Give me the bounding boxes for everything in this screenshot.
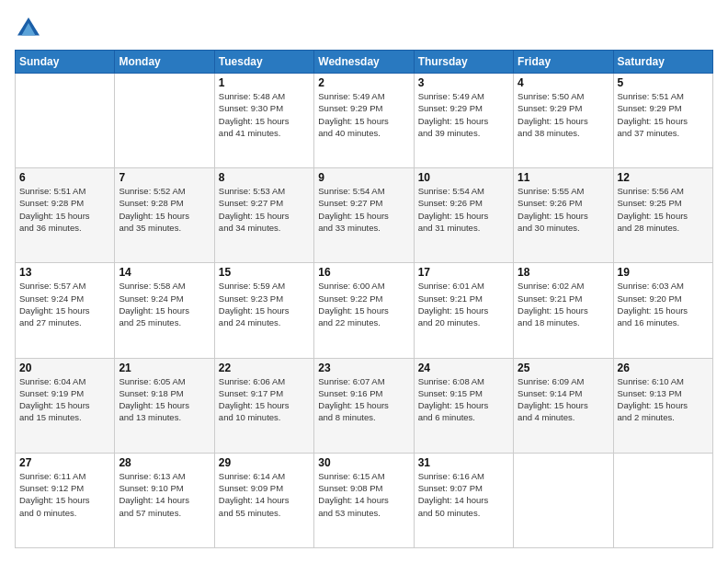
calendar-cell: 19Sunrise: 6:03 AM Sunset: 9:20 PM Dayli… bbox=[613, 263, 712, 358]
day-info: Sunrise: 6:08 AM Sunset: 9:15 PM Dayligh… bbox=[418, 375, 509, 424]
calendar-header-thursday: Thursday bbox=[414, 51, 513, 74]
calendar-cell: 10Sunrise: 5:54 AM Sunset: 9:26 PM Dayli… bbox=[414, 168, 513, 263]
day-number: 18 bbox=[518, 266, 609, 279]
calendar-cell: 6Sunrise: 5:51 AM Sunset: 9:28 PM Daylig… bbox=[16, 168, 115, 263]
day-info: Sunrise: 6:04 AM Sunset: 9:19 PM Dayligh… bbox=[19, 375, 110, 424]
calendar-cell: 12Sunrise: 5:56 AM Sunset: 9:25 PM Dayli… bbox=[613, 168, 712, 263]
day-info: Sunrise: 6:03 AM Sunset: 9:20 PM Dayligh… bbox=[618, 280, 709, 328]
calendar-cell: 1Sunrise: 5:48 AM Sunset: 9:30 PM Daylig… bbox=[214, 74, 313, 168]
day-info: Sunrise: 6:13 AM Sunset: 9:10 PM Dayligh… bbox=[119, 470, 210, 519]
day-number: 24 bbox=[418, 362, 509, 374]
day-number: 13 bbox=[19, 266, 110, 279]
calendar-cell: 3Sunrise: 5:49 AM Sunset: 9:29 PM Daylig… bbox=[414, 74, 513, 168]
day-number: 26 bbox=[618, 362, 709, 374]
calendar-week-3: 13Sunrise: 5:57 AM Sunset: 9:24 PM Dayli… bbox=[16, 263, 713, 358]
day-info: Sunrise: 5:56 AM Sunset: 9:25 PM Dayligh… bbox=[618, 185, 709, 234]
calendar-cell: 27Sunrise: 6:11 AM Sunset: 9:12 PM Dayli… bbox=[16, 453, 115, 547]
day-info: Sunrise: 5:49 AM Sunset: 9:29 PM Dayligh… bbox=[418, 90, 509, 139]
day-number: 7 bbox=[119, 171, 210, 184]
day-info: Sunrise: 5:50 AM Sunset: 9:29 PM Dayligh… bbox=[518, 90, 609, 139]
calendar-cell: 8Sunrise: 5:53 AM Sunset: 9:27 PM Daylig… bbox=[214, 168, 313, 263]
day-info: Sunrise: 6:10 AM Sunset: 9:13 PM Dayligh… bbox=[618, 375, 709, 424]
day-info: Sunrise: 6:01 AM Sunset: 9:21 PM Dayligh… bbox=[418, 280, 509, 328]
day-number: 28 bbox=[119, 456, 210, 469]
day-number: 19 bbox=[618, 266, 709, 279]
day-number: 27 bbox=[19, 456, 110, 469]
calendar-cell bbox=[613, 453, 712, 547]
day-info: Sunrise: 5:58 AM Sunset: 9:24 PM Dayligh… bbox=[119, 280, 210, 328]
day-number: 30 bbox=[318, 456, 409, 469]
calendar-cell: 24Sunrise: 6:08 AM Sunset: 9:15 PM Dayli… bbox=[414, 358, 513, 453]
day-number: 5 bbox=[618, 76, 709, 89]
calendar-cell: 4Sunrise: 5:50 AM Sunset: 9:29 PM Daylig… bbox=[514, 74, 613, 168]
day-info: Sunrise: 6:06 AM Sunset: 9:17 PM Dayligh… bbox=[219, 375, 310, 424]
calendar-cell: 13Sunrise: 5:57 AM Sunset: 9:24 PM Dayli… bbox=[16, 263, 115, 358]
calendar-cell: 28Sunrise: 6:13 AM Sunset: 9:10 PM Dayli… bbox=[115, 453, 214, 547]
page: SundayMondayTuesdayWednesdayThursdayFrid… bbox=[0, 0, 728, 563]
day-info: Sunrise: 6:05 AM Sunset: 9:18 PM Dayligh… bbox=[119, 375, 210, 424]
calendar-cell: 14Sunrise: 5:58 AM Sunset: 9:24 PM Dayli… bbox=[115, 263, 214, 358]
header bbox=[15, 15, 713, 42]
calendar-header-wednesday: Wednesday bbox=[314, 51, 414, 74]
calendar-header-saturday: Saturday bbox=[613, 51, 712, 74]
calendar-cell: 18Sunrise: 6:02 AM Sunset: 9:21 PM Dayli… bbox=[514, 263, 613, 358]
calendar-cell: 29Sunrise: 6:14 AM Sunset: 9:09 PM Dayli… bbox=[214, 453, 313, 547]
day-number: 25 bbox=[518, 362, 609, 374]
calendar-week-1: 1Sunrise: 5:48 AM Sunset: 9:30 PM Daylig… bbox=[16, 74, 713, 168]
calendar-table: SundayMondayTuesdayWednesdayThursdayFrid… bbox=[15, 50, 713, 548]
calendar-cell: 16Sunrise: 6:00 AM Sunset: 9:22 PM Dayli… bbox=[314, 263, 414, 358]
calendar-cell: 30Sunrise: 6:15 AM Sunset: 9:08 PM Dayli… bbox=[314, 453, 414, 547]
day-number: 16 bbox=[318, 266, 409, 279]
calendar-week-2: 6Sunrise: 5:51 AM Sunset: 9:28 PM Daylig… bbox=[16, 168, 713, 263]
day-number: 10 bbox=[418, 171, 509, 184]
day-info: Sunrise: 5:53 AM Sunset: 9:27 PM Dayligh… bbox=[219, 185, 310, 234]
calendar-cell: 2Sunrise: 5:49 AM Sunset: 9:29 PM Daylig… bbox=[314, 74, 414, 168]
day-info: Sunrise: 6:09 AM Sunset: 9:14 PM Dayligh… bbox=[518, 375, 609, 424]
day-number: 22 bbox=[219, 362, 310, 374]
day-number: 21 bbox=[119, 362, 210, 374]
calendar-cell: 7Sunrise: 5:52 AM Sunset: 9:28 PM Daylig… bbox=[115, 168, 214, 263]
calendar-header-tuesday: Tuesday bbox=[214, 51, 313, 74]
day-number: 1 bbox=[219, 76, 310, 89]
day-number: 31 bbox=[418, 456, 509, 469]
day-info: Sunrise: 5:52 AM Sunset: 9:28 PM Dayligh… bbox=[119, 185, 210, 234]
calendar-header-row: SundayMondayTuesdayWednesdayThursdayFrid… bbox=[16, 51, 713, 74]
calendar-cell: 26Sunrise: 6:10 AM Sunset: 9:13 PM Dayli… bbox=[613, 358, 712, 453]
day-number: 8 bbox=[219, 171, 310, 184]
day-info: Sunrise: 5:49 AM Sunset: 9:29 PM Dayligh… bbox=[318, 90, 409, 139]
calendar-week-5: 27Sunrise: 6:11 AM Sunset: 9:12 PM Dayli… bbox=[16, 453, 713, 547]
day-number: 11 bbox=[518, 171, 609, 184]
day-number: 14 bbox=[119, 266, 210, 279]
day-info: Sunrise: 5:54 AM Sunset: 9:26 PM Dayligh… bbox=[418, 185, 509, 234]
day-number: 3 bbox=[418, 76, 509, 89]
calendar-cell: 5Sunrise: 5:51 AM Sunset: 9:29 PM Daylig… bbox=[613, 74, 712, 168]
calendar-header-monday: Monday bbox=[115, 51, 214, 74]
day-info: Sunrise: 5:55 AM Sunset: 9:26 PM Dayligh… bbox=[518, 185, 609, 234]
calendar-header-sunday: Sunday bbox=[16, 51, 115, 74]
calendar-cell: 20Sunrise: 6:04 AM Sunset: 9:19 PM Dayli… bbox=[16, 358, 115, 453]
day-info: Sunrise: 5:51 AM Sunset: 9:29 PM Dayligh… bbox=[618, 90, 709, 139]
calendar-cell: 21Sunrise: 6:05 AM Sunset: 9:18 PM Dayli… bbox=[115, 358, 214, 453]
day-info: Sunrise: 5:57 AM Sunset: 9:24 PM Dayligh… bbox=[19, 280, 110, 328]
calendar-cell: 31Sunrise: 6:16 AM Sunset: 9:07 PM Dayli… bbox=[414, 453, 513, 547]
day-info: Sunrise: 6:14 AM Sunset: 9:09 PM Dayligh… bbox=[219, 470, 310, 519]
calendar-cell: 25Sunrise: 6:09 AM Sunset: 9:14 PM Dayli… bbox=[514, 358, 613, 453]
day-number: 29 bbox=[219, 456, 310, 469]
day-info: Sunrise: 6:07 AM Sunset: 9:16 PM Dayligh… bbox=[318, 375, 409, 424]
calendar-cell: 23Sunrise: 6:07 AM Sunset: 9:16 PM Dayli… bbox=[314, 358, 414, 453]
day-info: Sunrise: 6:00 AM Sunset: 9:22 PM Dayligh… bbox=[318, 280, 409, 328]
calendar-cell: 17Sunrise: 6:01 AM Sunset: 9:21 PM Dayli… bbox=[414, 263, 513, 358]
calendar-header-friday: Friday bbox=[514, 51, 613, 74]
day-info: Sunrise: 5:48 AM Sunset: 9:30 PM Dayligh… bbox=[219, 90, 310, 139]
day-number: 2 bbox=[318, 76, 409, 89]
day-info: Sunrise: 5:59 AM Sunset: 9:23 PM Dayligh… bbox=[219, 280, 310, 328]
day-info: Sunrise: 6:16 AM Sunset: 9:07 PM Dayligh… bbox=[418, 470, 509, 519]
day-number: 15 bbox=[219, 266, 310, 279]
logo bbox=[15, 15, 46, 42]
calendar-cell bbox=[115, 74, 214, 168]
calendar-cell bbox=[514, 453, 613, 547]
calendar-cell: 11Sunrise: 5:55 AM Sunset: 9:26 PM Dayli… bbox=[514, 168, 613, 263]
day-number: 20 bbox=[19, 362, 110, 374]
day-number: 9 bbox=[318, 171, 409, 184]
day-number: 23 bbox=[318, 362, 409, 374]
